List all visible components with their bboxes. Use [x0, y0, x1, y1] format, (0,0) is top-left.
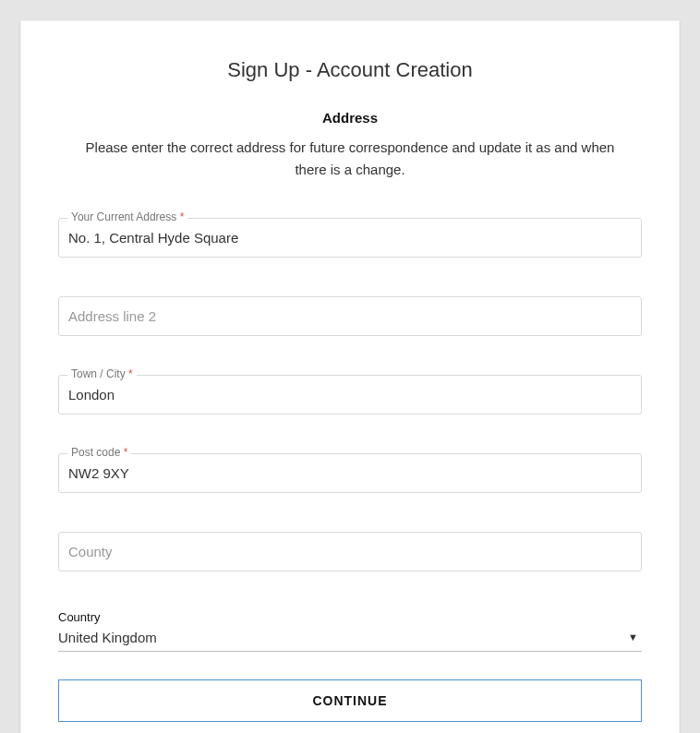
continue-button[interactable]: CONTINUE: [58, 679, 642, 722]
page-title: Sign Up - Account Creation: [58, 58, 642, 82]
city-input[interactable]: [58, 375, 642, 415]
address-line-1-label: Your Current Address *: [67, 210, 187, 223]
required-marker: *: [124, 446, 128, 459]
required-marker: *: [180, 210, 185, 223]
country-label: Country: [58, 610, 642, 624]
address-line-1-label-text: Your Current Address: [71, 210, 176, 223]
country-field: Country United Kingdom ▼: [58, 610, 642, 652]
section-title: Address: [58, 110, 642, 126]
address-line-2-field: [58, 296, 642, 336]
county-input[interactable]: [58, 532, 642, 571]
postcode-label: Post code *: [67, 446, 131, 459]
city-field: Town / City *: [58, 375, 642, 415]
address-line-1-input[interactable]: [58, 218, 642, 258]
signup-card: Sign Up - Account Creation Address Pleas…: [20, 20, 680, 733]
city-label: Town / City *: [67, 367, 137, 380]
address-line-1-field: Your Current Address *: [58, 218, 642, 258]
postcode-field: Post code *: [58, 453, 642, 493]
city-label-text: Town / City: [71, 367, 126, 380]
required-marker: *: [128, 367, 133, 380]
address-line-2-input[interactable]: [58, 296, 642, 336]
instructions-text: Please enter the correct address for fut…: [58, 137, 642, 181]
postcode-input[interactable]: [58, 453, 642, 493]
country-selected-value: United Kingdom: [58, 630, 642, 645]
county-field: [58, 532, 642, 571]
country-select[interactable]: United Kingdom ▼: [58, 630, 642, 652]
postcode-label-text: Post code: [71, 446, 120, 459]
